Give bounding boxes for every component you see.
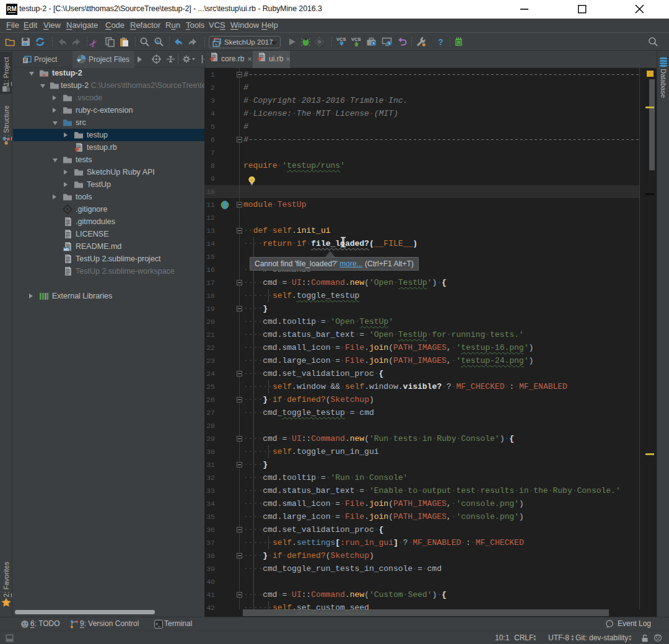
svg-text:MD: MD [64,248,69,251]
svg-text:a: a [156,38,159,45]
svg-text:✂: ✂ [89,37,100,47]
svg-text:VCS: VCS [351,37,361,42]
svg-text:VCS: VCS [336,37,346,42]
svg-text:?: ? [438,37,444,47]
svg-text:>_: >_ [155,622,160,627]
